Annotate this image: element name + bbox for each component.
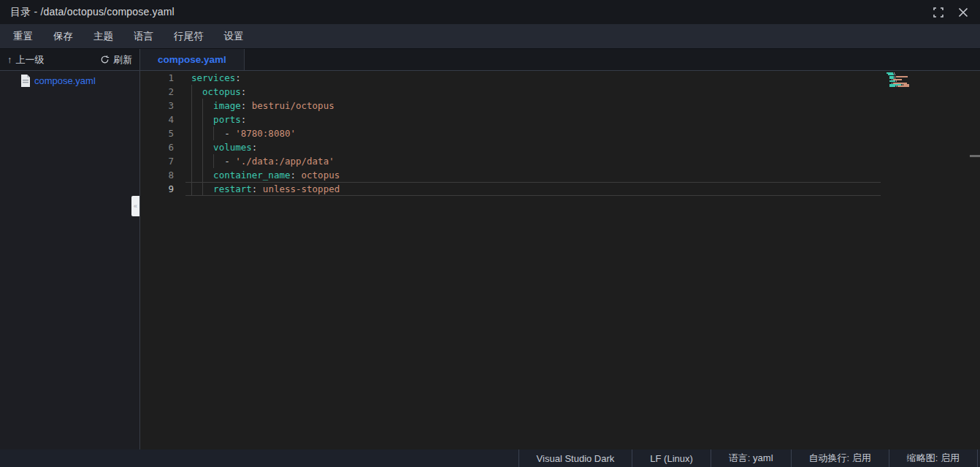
line-number: 5 <box>140 126 185 140</box>
window-title: 目录 - /data/octopus/compose.yaml <box>10 6 175 19</box>
code-line-content: services: <box>185 71 241 85</box>
menubar: 重置 保存 主题 语言 行尾符 设置 <box>0 24 980 49</box>
code-line[interactable]: 2 octopus: <box>140 85 980 99</box>
code-line[interactable]: 1services: <box>140 71 980 85</box>
refresh-label: 刷新 <box>113 53 132 67</box>
menu-item-language[interactable]: 语言 <box>134 30 153 43</box>
line-number: 1 <box>140 71 185 85</box>
minimap-token <box>897 86 908 87</box>
line-number: 7 <box>140 154 185 168</box>
collapse-chevron-icon: « <box>134 202 137 210</box>
minimap-token <box>896 86 897 87</box>
code-line[interactable]: 6 volumes: <box>140 140 980 154</box>
overview-ruler[interactable] <box>970 71 980 449</box>
word-wrap-status[interactable]: 自动换行: 启用 <box>791 449 889 467</box>
token-key: image <box>213 100 241 111</box>
refresh-button[interactable]: 刷新 <box>100 53 132 67</box>
header-row: ↑ 上一级 刷新 compose.yaml <box>0 49 980 71</box>
token-key: services <box>191 72 235 83</box>
sidebar-header: ↑ 上一级 刷新 <box>0 49 140 70</box>
menu-item-reset[interactable]: 重置 <box>13 30 33 43</box>
indent-guide <box>202 182 203 196</box>
line-number: 2 <box>140 85 185 99</box>
code-editor[interactable]: 1services:2 octopus:3 image: bestrui/oct… <box>140 71 980 449</box>
token-pun: : <box>235 72 241 83</box>
code-line[interactable]: 8 container_name: octopus <box>140 168 980 182</box>
file-name-label: compose.yaml <box>34 75 96 86</box>
indent-guide <box>191 168 192 182</box>
minimap-line <box>887 86 911 87</box>
code-line[interactable]: 7 - './data:/app/data' <box>140 154 980 168</box>
token-str: bestrui/octopus <box>252 100 334 111</box>
code-line[interactable]: 3 image: bestrui/octopus <box>140 99 980 113</box>
file-tree-sidebar: compose.yaml « <box>0 71 140 449</box>
token-str: '8780:8080' <box>235 128 296 139</box>
statusbar: Visual Studio Dark LF (Linux) 语言: yaml 自… <box>0 449 980 467</box>
code-line[interactable]: 5 - '8780:8080' <box>140 126 980 140</box>
token-key: container_name <box>213 170 290 181</box>
fullscreen-icon[interactable] <box>932 6 945 19</box>
code-line[interactable]: 9 restart: unless-stopped <box>140 182 980 196</box>
line-number: 8 <box>140 168 185 182</box>
token-pun: : <box>252 142 258 153</box>
code-line-content: volumes: <box>185 140 257 154</box>
line-number: 9 <box>140 182 185 196</box>
main-area: compose.yaml « 1services:2 octopus:3 ima… <box>0 71 980 449</box>
token-key: volumes <box>213 142 252 153</box>
menu-item-theme[interactable]: 主题 <box>93 30 113 43</box>
line-number: 4 <box>140 113 185 126</box>
token-pun: : <box>241 114 247 125</box>
indent-guide <box>191 140 192 154</box>
language-status[interactable]: 语言: yaml <box>711 449 791 467</box>
token-pun: : <box>241 100 252 111</box>
token-pun: - <box>224 156 235 167</box>
token-pun: : <box>290 170 301 181</box>
minimap-token <box>896 76 908 77</box>
titlebar-actions <box>932 6 970 19</box>
file-icon <box>20 75 31 87</box>
code-line-content: - './data:/app/data' <box>185 154 334 168</box>
titlebar: 目录 - /data/octopus/compose.yaml <box>0 0 980 24</box>
line-ending-status[interactable]: LF (Linux) <box>632 449 711 467</box>
code-line-content: image: bestrui/octopus <box>185 99 334 113</box>
indent-guide <box>202 154 203 168</box>
indent-guide <box>202 126 203 140</box>
indent-guide <box>213 126 214 140</box>
line-number: 3 <box>140 99 185 113</box>
minimap-status[interactable]: 缩略图: 启用 <box>889 449 978 467</box>
up-one-level-button[interactable]: ↑ 上一级 <box>7 53 45 67</box>
indent-guide <box>191 113 192 126</box>
token-str: unless-stopped <box>263 183 340 194</box>
sidebar-collapse-handle[interactable]: « <box>131 196 139 216</box>
indent-guide <box>191 154 192 168</box>
code-line-content: container_name: octopus <box>185 168 340 182</box>
token-key: octopus <box>202 86 241 97</box>
code-line-content: restart: unless-stopped <box>185 182 340 196</box>
token-pun: : <box>252 183 263 194</box>
theme-status[interactable]: Visual Studio Dark <box>518 449 632 467</box>
menu-item-line-ending[interactable]: 行尾符 <box>174 30 204 43</box>
tabbar: compose.yaml <box>140 49 980 70</box>
minimap[interactable] <box>887 72 911 87</box>
code-line[interactable]: 4 ports: <box>140 113 980 126</box>
menu-item-save[interactable]: 保存 <box>53 30 73 43</box>
indent-guide <box>213 154 214 168</box>
cursor-position-marker <box>970 155 980 157</box>
indent-guide <box>202 168 203 182</box>
file-tree-item-compose-yaml[interactable]: compose.yaml <box>0 71 139 91</box>
token-key: restart <box>213 183 252 194</box>
refresh-icon <box>100 55 110 64</box>
menu-item-settings[interactable]: 设置 <box>224 30 244 43</box>
indent-guide <box>191 99 192 113</box>
code-area[interactable]: 1services:2 octopus:3 image: bestrui/oct… <box>140 71 980 449</box>
token-pun: : <box>241 86 247 97</box>
token-str: octopus <box>302 170 340 181</box>
close-icon[interactable] <box>957 6 970 19</box>
indent-guide <box>191 126 192 140</box>
indent-guide <box>202 99 203 113</box>
code-line-content: ports: <box>185 113 246 126</box>
indent-guide <box>191 85 192 99</box>
tab-compose-yaml[interactable]: compose.yaml <box>140 49 245 70</box>
line-number: 6 <box>140 140 185 154</box>
code-line-content: - '8780:8080' <box>185 126 296 140</box>
